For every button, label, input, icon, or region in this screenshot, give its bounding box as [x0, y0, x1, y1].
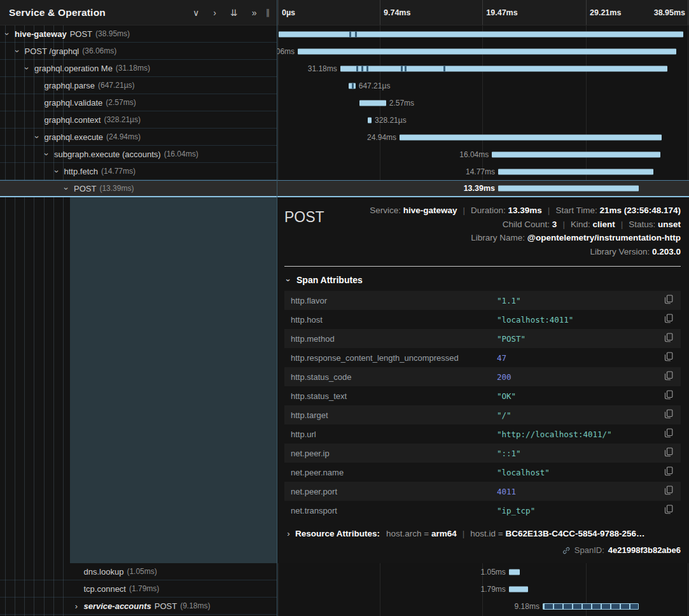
copy-icon[interactable]	[663, 352, 674, 363]
ruler-tick-label: 19.47ms	[486, 8, 517, 17]
expander-down-icon[interactable]: ›	[62, 184, 71, 193]
span-row[interactable]: ›graphql.operation Me(31.18ms)31.18ms	[0, 60, 689, 77]
expander-down-icon[interactable]: ›	[13, 46, 22, 56]
attribute-value: "1.1"	[491, 291, 657, 310]
attribute-value: "http://localhost:4011/"	[491, 424, 657, 444]
span-row[interactable]: ›hive-gatewayPOST(38.95ms)	[0, 25, 689, 43]
expander-down-icon[interactable]: ›	[33, 132, 41, 142]
copy-icon[interactable]	[663, 505, 674, 516]
span-duration-label: 9.18ms	[515, 602, 539, 611]
span-row[interactable]: ›POST /graphql(36.06ms)36.06ms	[0, 43, 689, 60]
span-tree-cell: ›dns.lookup(1.05ms)	[0, 563, 277, 580]
span-row[interactable]: ›POST(13.39ms)13.39ms	[0, 180, 689, 197]
span-timeline-cell	[277, 25, 689, 43]
span-row[interactable]: ›dns.lookup(1.05ms)1.05ms	[0, 563, 689, 580]
resource-attributes-row[interactable]: › Resource Attributes: host.arch = arm64…	[284, 529, 681, 538]
operation-name: POST /graphql	[25, 46, 80, 56]
span-attributes-header[interactable]: › Span Attributes	[284, 275, 681, 285]
copy-icon[interactable]	[663, 371, 674, 382]
attribute-key: net.peer.name	[284, 463, 491, 482]
span-tree-cell: ›graphql.operation Me(31.18ms)	[0, 60, 277, 77]
span-row[interactable]: ›http.fetch(14.77ms)14.77ms	[0, 163, 689, 180]
span-bar[interactable]	[298, 48, 676, 54]
span-bar[interactable]	[359, 100, 386, 106]
span-duration: (2.57ms)	[106, 98, 136, 107]
expand-all-icon[interactable]: »	[252, 8, 257, 17]
span-row[interactable]: ›graphql.context(328.21µs)328.21µs	[0, 111, 689, 129]
operation-name: graphql.operation Me	[34, 64, 113, 73]
operation-name: POST	[155, 601, 177, 611]
copy-icon[interactable]	[663, 295, 674, 306]
copy-icon[interactable]	[663, 409, 674, 421]
span-attributes-table: http.flavor"1.1" http.host"localhost:401…	[284, 291, 681, 520]
copy-icon[interactable]	[663, 390, 674, 402]
span-bar[interactable]	[400, 134, 661, 140]
timeline-ruler: 0µs9.74ms19.47ms29.21ms38.95ms	[277, 0, 689, 25]
span-row[interactable]: ›graphql.validate(2.57ms)2.57ms	[0, 94, 689, 111]
attribute-value: "localhost"	[491, 463, 657, 482]
span-row[interactable]: ›graphql.parse(647.21µs)647.21µs	[0, 77, 689, 94]
meta-label: Status:	[629, 220, 658, 229]
bar-tick	[361, 66, 363, 71]
expander-right-icon[interactable]: ›	[73, 601, 81, 611]
span-bar[interactable]	[498, 186, 639, 192]
span-tree-cell: ›POST /graphql(36.06ms)	[0, 43, 277, 60]
attribute-value: "OK"	[491, 386, 657, 405]
ruler-tick-label: 38.95ms	[654, 8, 685, 17]
panel-divider[interactable]	[277, 0, 277, 616]
expander-down-icon[interactable]: ›	[23, 64, 31, 73]
meta-value: 0.203.0	[652, 247, 681, 256]
span-duration: (13.39ms)	[99, 184, 134, 193]
span-bar[interactable]	[498, 169, 653, 174]
resource-key: host.arch	[386, 529, 422, 538]
span-row[interactable]: ›subgraph.execute (accounts)(16.04ms)16.…	[0, 146, 689, 163]
span-row[interactable]: ›tcp.connect(1.79ms)1.79ms	[0, 580, 689, 598]
span-row[interactable]: ›graphql.execute(24.94ms)24.94ms	[0, 129, 689, 146]
chevron-right-icon: ›	[284, 529, 293, 538]
span-bar[interactable]	[349, 83, 356, 88]
attribute-value: 200	[491, 367, 657, 386]
span-bar[interactable]	[543, 603, 639, 610]
span-duration-label: 2.57ms	[389, 99, 414, 108]
header-icons: ∨›⇊»	[193, 8, 256, 17]
attribute-key: http.host	[284, 310, 491, 329]
service-name: service-accounts	[84, 601, 151, 611]
detail-meta: Service: hive-gateway|Duration: 13.39ms|…	[370, 204, 681, 258]
span-bar[interactable]	[340, 66, 667, 71]
copy-icon[interactable]	[663, 486, 674, 497]
attribute-copy-cell	[657, 405, 681, 424]
copy-icon[interactable]	[663, 447, 674, 459]
separator: |	[548, 206, 550, 215]
expander-down-icon[interactable]: ›	[3, 29, 11, 39]
copy-icon[interactable]	[663, 333, 674, 344]
span-bar[interactable]	[368, 117, 372, 123]
collapse-one-icon[interactable]: ∨	[193, 8, 199, 17]
span-duration-label: 14.77ms	[466, 167, 495, 176]
span-duration: (328.21µs)	[104, 115, 141, 124]
span-bar[interactable]	[279, 31, 683, 37]
detail-header: POST Service: hive-gateway|Duration: 13.…	[284, 204, 681, 258]
operation-name: dns.lookup	[84, 567, 124, 577]
attribute-key: net.peer.ip	[284, 444, 491, 463]
expander-down-icon[interactable]: ›	[53, 167, 61, 176]
panel-resize-handle[interactable]: ∥	[266, 8, 271, 17]
expander-down-icon[interactable]: ›	[43, 150, 51, 159]
copy-icon[interactable]	[663, 428, 674, 440]
span-tree-cell: ›subgraph.execute (accounts)(16.04ms)	[0, 146, 277, 163]
operation-name: tcp.connect	[84, 584, 127, 594]
span-bar[interactable]	[509, 586, 528, 592]
copy-icon[interactable]	[663, 314, 674, 325]
span-bar[interactable]	[492, 151, 660, 157]
detail-span-name: POST	[284, 204, 324, 226]
resource-attributes-title: Resource Attributes:	[295, 529, 380, 538]
attribute-value: 47	[491, 348, 657, 367]
operation-name: POST	[74, 184, 96, 193]
span-tree-cell: ›graphql.validate(2.57ms)	[0, 94, 277, 111]
attribute-row: http.method"POST"	[284, 329, 681, 348]
span-row[interactable]: ›service-accountsPOST(9.18ms)9.18ms	[0, 598, 689, 615]
copy-icon[interactable]	[663, 466, 674, 478]
span-bar[interactable]	[509, 569, 520, 575]
expand-one-icon[interactable]: ›	[213, 8, 216, 17]
collapse-all-icon[interactable]: ⇊	[230, 8, 238, 17]
meta-value: client	[592, 220, 615, 229]
